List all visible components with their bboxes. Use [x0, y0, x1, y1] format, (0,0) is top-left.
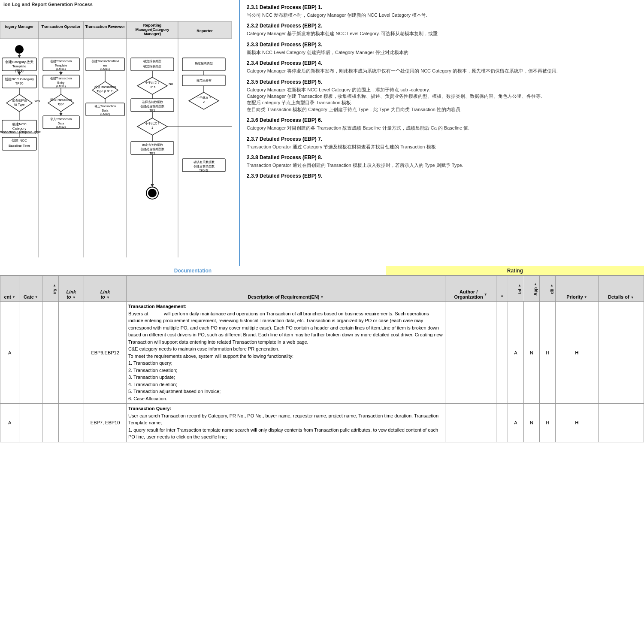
cell-ent-2: A — [0, 404, 19, 442]
svg-text:小于此义？: 小于此义？ — [145, 122, 160, 125]
cell-pry-1 — [42, 302, 58, 404]
section-label-documentation: Documentation — [0, 266, 386, 275]
col-ent-label: ent — [4, 294, 11, 299]
svg-marker-52 — [59, 113, 63, 116]
svg-text:Transaction / Template Type: Transaction / Template Type — [0, 130, 41, 134]
svg-text:检查Transaction: 检查Transaction — [94, 85, 116, 88]
doc-text-2-3-1: 当公司 NCC 发布新模本时，Category Manager 创建新的 NCC… — [247, 12, 638, 18]
svg-text:确认有关数据数: 确认有关数据数 — [193, 160, 215, 164]
svg-text:TP5: TP5 — [150, 152, 155, 155]
svg-text:Data: Data — [58, 122, 64, 125]
cell-cate-1 — [19, 302, 42, 404]
col-link1-filter-arrow[interactable]: ▼ — [73, 296, 76, 299]
svg-text:是否选择合: 是否选择合 — [12, 99, 27, 102]
cell-ent-1: A — [0, 302, 19, 404]
col-priority-filter-arrow[interactable]: ▼ — [584, 295, 587, 299]
svg-text:创建NCC Category: 创建NCC Category — [5, 77, 34, 81]
svg-marker-41 — [59, 72, 63, 75]
svg-text:小于此义？: 小于此义？ — [197, 96, 212, 100]
doc-heading-2-3-2: 2.3.2 Detailed Process (EBP) 2. — [247, 23, 638, 29]
cell-cate-2 — [19, 404, 42, 442]
col-header-priority[interactable]: Priority ▼ — [556, 276, 599, 302]
col-desc-filter-arrow[interactable]: ▼ — [320, 295, 324, 299]
col-ent-filter-arrow[interactable]: ▼ — [12, 295, 15, 299]
col-header-pry[interactable]: iry ▼ — [42, 276, 58, 302]
desc-content-2: Transaction Query: User can serch Transa… — [128, 405, 443, 441]
col-author-filter-arrow[interactable]: ▼ — [484, 293, 487, 296]
desc-title-1: Transaction Management: — [128, 304, 187, 309]
svg-text:(LM11): (LM11) — [56, 67, 66, 71]
col-tat-label: tat — [517, 288, 522, 293]
col-header-app[interactable]: App ▼ — [523, 276, 539, 302]
cell-author-1 — [445, 302, 496, 404]
doc-heading-2-3-7: 2.3.7 Detailed Process (EBP) 7. — [247, 136, 638, 142]
doc-heading-2-3-5: 2.3.5 Detailed Process (EBP) 5. — [247, 79, 638, 85]
svg-text:选择当前数据数: 选择当前数据数 — [142, 100, 163, 103]
svg-text:创建当前类型数: 创建当前类型数 — [194, 165, 215, 168]
svg-text:创建处当前类型数: 创建处当前类型数 — [140, 105, 164, 108]
col-header-cate[interactable]: Cate ▼ — [19, 276, 42, 302]
col-header-tat[interactable]: tat ▼ — [508, 276, 523, 302]
col-header-star[interactable]: * — [496, 276, 508, 302]
col-tat-filter-arrow[interactable]: ▼ — [518, 284, 522, 287]
doc-text-2-3-4: Category Manager 将停业后的新模本发布，则此模本成为系统中仅有一… — [247, 68, 638, 74]
cell-priority-2: H — [556, 404, 599, 442]
col-header-details[interactable]: Details of ▼ — [598, 276, 644, 302]
col-header-author[interactable]: Author /Organization ▼ — [445, 276, 496, 302]
svg-text:(LM11): (LM11) — [56, 85, 66, 88]
svg-text:创建 NCC: 创建 NCC — [12, 139, 27, 142]
svg-text:录入Transaction: 录入Transaction — [50, 118, 72, 121]
svg-text:Manager(Category: Manager(Category — [135, 27, 169, 32]
col-header-desc[interactable]: Description of Requirement(EN) ▼ — [126, 276, 445, 302]
svg-marker-22 — [18, 55, 21, 58]
col-cate-filter-arrow[interactable]: ▼ — [35, 295, 38, 299]
section-label-rating: Rating — [386, 266, 644, 275]
cell-dti-2: H — [540, 404, 556, 442]
cell-desc-2: Transaction Query: User can serch Transa… — [126, 404, 445, 442]
cell-star-2 — [496, 404, 508, 442]
svg-text:确定报表类型: 确定报表类型 — [194, 62, 213, 65]
cell-app-2: N — [523, 404, 539, 442]
svg-text:Transaction Reviewer: Transaction Reviewer — [85, 24, 125, 29]
doc-heading-2-3-8: 2.3.8 Detailed Process (EBP) 8. — [247, 154, 638, 160]
col-header-dti[interactable]: dti ▼ — [540, 276, 556, 302]
doc-text-2-3-6: Category Manager 对目创建的各 Transaction 故置成绩… — [247, 125, 638, 131]
doc-section-2-3-7: 2.3.7 Detailed Process (EBP) 7. Transact… — [247, 136, 638, 150]
cell-details-2 — [598, 404, 644, 442]
doc-section-2-3-8: 2.3.8 Detailed Process (EBP) 8. Transact… — [247, 154, 638, 169]
col-pry-label: iry — [52, 288, 57, 293]
svg-text:确定报表类型: 确定报表类型 — [143, 65, 161, 68]
svg-text:规范已分布: 规范已分布 — [197, 79, 212, 82]
table-header-row: ent ▼ Cate ▼ iry ▼ Linkto — [0, 276, 644, 302]
svg-rect-8 — [84, 21, 127, 39]
col-header-link2[interactable]: Linkto ▼ — [84, 276, 127, 302]
doc-section-2-3-6: 2.3.6 Detailed Process (EBP) 6. Category… — [247, 117, 638, 131]
svg-text:2: 2 — [203, 100, 205, 103]
cell-dti-1: H — [540, 302, 556, 404]
col-dti-filter-arrow[interactable]: ▼ — [550, 284, 553, 287]
svg-rect-6 — [39, 21, 84, 39]
svg-text:小于此义？: 小于此义？ — [145, 81, 160, 85]
cell-author-2 — [445, 404, 496, 442]
doc-section-2-3-1: 2.3.1 Detailed Process (EBP) 1. 当公司 NCC … — [247, 4, 638, 18]
table-row: A EBP9,EBP12 Transaction Management: Buy… — [0, 302, 644, 404]
cell-link2-1: EBP9,EBP12 — [84, 302, 127, 404]
col-details-filter-arrow[interactable]: ▼ — [631, 296, 634, 299]
table-row: A EBP7, EBP10 Transaction Query: User ca… — [0, 404, 644, 442]
col-header-link1[interactable]: Linkto ▼ — [58, 276, 84, 302]
cell-tat-1: A — [508, 302, 523, 404]
svg-text:创建Transaction: 创建Transaction — [50, 60, 72, 63]
doc-text-2-3-3: 新模本 NCC Level Category 创建完毕后，Category Ma… — [247, 49, 638, 56]
col-app-filter-arrow[interactable]: ▼ — [534, 282, 538, 286]
svg-text:Entry: Entry — [57, 81, 65, 85]
svg-text:Type: Type — [57, 103, 64, 106]
svg-text:No: No — [169, 82, 173, 86]
cell-star-1 — [496, 302, 508, 404]
col-pry-filter-arrow[interactable]: ▼ — [53, 284, 57, 287]
svg-point-111 — [148, 189, 157, 197]
cell-link1-1 — [58, 302, 84, 404]
col-header-ent[interactable]: ent ▼ — [0, 276, 19, 302]
flowchart-svg: tegory Manager Transaction Operator Tran… — [0, 9, 232, 257]
svg-text:(LM12): (LM12) — [100, 112, 110, 116]
col-link2-filter-arrow[interactable]: ▼ — [106, 296, 110, 299]
